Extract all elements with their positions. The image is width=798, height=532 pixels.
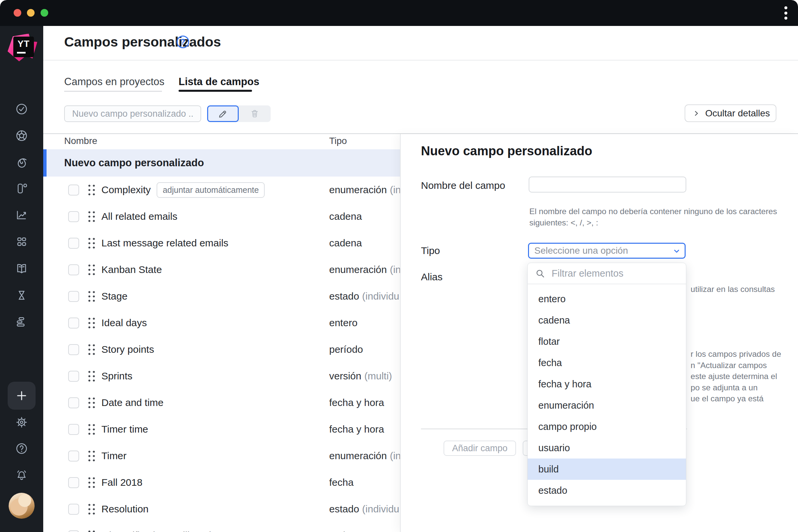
create-button[interactable] xyxy=(8,382,36,410)
window-titlebar xyxy=(0,0,798,26)
help-icon xyxy=(14,441,29,456)
page-title: Campos personalizados xyxy=(64,34,221,50)
dropdown-option[interactable]: usuario xyxy=(528,437,686,458)
settings-icon xyxy=(14,415,29,430)
row-checkbox[interactable] xyxy=(68,211,79,222)
add-field-button[interactable]: Añadir campo xyxy=(443,440,516,456)
edit-button[interactable] xyxy=(207,106,239,122)
dropdown-option[interactable]: flotar xyxy=(528,331,686,352)
sidebar-item-gantt[interactable] xyxy=(14,315,29,329)
row-checkbox[interactable] xyxy=(68,424,79,435)
gantt-icon xyxy=(14,315,29,329)
dropdown-option[interactable]: campo propio xyxy=(528,416,686,437)
new-field-name-filter-input[interactable] xyxy=(64,106,201,122)
row-checkbox[interactable] xyxy=(68,504,79,515)
field-type: enumeración(in xyxy=(329,256,401,283)
sidebar-item-timesheets[interactable] xyxy=(14,288,29,303)
auto-attach-badge: adjuntar automáticamente xyxy=(157,182,265,198)
helpdesk-icon xyxy=(14,128,29,143)
dropdown-option[interactable]: fecha xyxy=(528,352,686,374)
row-checkbox[interactable] xyxy=(68,451,79,461)
sidebar-item-notifications[interactable] xyxy=(14,468,29,482)
field-type: estado(individu xyxy=(329,283,399,309)
dropdown-option[interactable]: build xyxy=(528,458,686,480)
avatar[interactable] xyxy=(8,493,35,519)
clipped-help-text-line: n "Actualizar campos xyxy=(690,361,767,370)
sidebar-item-agile[interactable] xyxy=(14,155,29,170)
dropdown-option[interactable]: cadena xyxy=(528,309,686,331)
drag-handle-icon[interactable] xyxy=(87,263,96,276)
sidebar-expand-button[interactable] xyxy=(14,529,29,532)
dropdown-option[interactable]: estado xyxy=(528,480,686,501)
row-checkbox[interactable] xyxy=(68,264,79,275)
sidebar-item-reports[interactable] xyxy=(14,208,29,223)
drag-handle-icon[interactable] xyxy=(87,423,96,436)
clipped-help-text-line: ue el campo ya está xyxy=(690,394,763,403)
tab-campos-en-proyectos[interactable]: Campos en proyectos xyxy=(64,76,165,88)
dropdown-option[interactable]: enumeración xyxy=(528,395,686,416)
clipped-help-text-line: po se adjunta a un xyxy=(690,383,758,392)
delete-button[interactable] xyxy=(239,106,271,122)
dropdown-filter-input[interactable] xyxy=(551,265,679,281)
hide-details-label: Ocultar detalles xyxy=(705,108,770,119)
drag-handle-icon[interactable] xyxy=(87,184,96,196)
youtrack-app-window: YT Campos personalizados ? Campos en pro… xyxy=(0,0,798,532)
tab-lista-de-campos[interactable]: Lista de campos xyxy=(178,76,259,88)
drag-handle-icon[interactable] xyxy=(87,476,96,489)
drag-handle-icon[interactable] xyxy=(87,343,96,356)
sidebar-item-helpdesk[interactable] xyxy=(14,128,29,143)
row-checkbox[interactable] xyxy=(68,238,79,249)
drag-handle-icon[interactable] xyxy=(87,503,96,516)
dropdown-option[interactable]: fecha y hora xyxy=(528,374,686,395)
field-name: Complexity xyxy=(101,184,151,195)
column-header-nombre: Nombre xyxy=(64,136,97,146)
window-zoom-button[interactable] xyxy=(41,9,48,17)
dropdown-search-row xyxy=(528,263,686,284)
sidebar-item-help[interactable] xyxy=(14,441,29,456)
help-icon[interactable]: ? xyxy=(176,36,189,48)
sidebar-item-settings[interactable] xyxy=(14,415,29,430)
agile-icon xyxy=(14,155,29,170)
row-checkbox[interactable] xyxy=(68,318,79,328)
field-name: Last message related emails xyxy=(101,238,228,249)
drag-handle-icon[interactable] xyxy=(87,290,96,303)
drag-handle-icon[interactable] xyxy=(87,237,96,250)
field-name-input[interactable] xyxy=(529,176,686,192)
double-chevron-right-icon xyxy=(14,529,29,532)
youtrack-logo[interactable]: YT xyxy=(5,32,39,66)
field-name: Kanban State xyxy=(101,264,162,275)
field-name: Git Notification Mailing List xyxy=(101,530,219,532)
drag-handle-icon[interactable] xyxy=(87,450,96,462)
row-checkbox[interactable] xyxy=(68,291,79,302)
row-checkbox[interactable] xyxy=(68,530,79,532)
row-checkbox[interactable] xyxy=(68,477,79,488)
row-checkbox[interactable] xyxy=(68,397,79,408)
sidebar-item-knowledge-base[interactable] xyxy=(14,261,29,276)
issues-icon xyxy=(14,102,29,116)
row-checkbox[interactable] xyxy=(68,185,79,195)
row-checkbox[interactable] xyxy=(68,344,79,355)
sidebar-item-issues[interactable] xyxy=(14,102,29,116)
logo-box: YT xyxy=(13,37,34,57)
window-menu-kebab-icon[interactable] xyxy=(782,6,790,20)
drag-handle-icon[interactable] xyxy=(87,317,96,329)
type-dropdown: entero cadena flotar fecha fecha y hora … xyxy=(527,263,686,506)
field-name: Timer xyxy=(101,450,127,461)
alias-label: Alias xyxy=(421,271,442,283)
drag-handle-icon[interactable] xyxy=(87,210,96,223)
plus-icon xyxy=(15,389,28,402)
drag-handle-icon[interactable] xyxy=(87,370,96,383)
hide-details-button[interactable]: Ocultar detalles xyxy=(685,104,776,122)
window-minimize-button[interactable] xyxy=(27,9,35,17)
row-checkbox[interactable] xyxy=(68,371,79,382)
dropdown-option[interactable]: entero xyxy=(528,288,686,309)
drag-handle-icon[interactable] xyxy=(87,529,96,532)
type-select[interactable]: Seleccione una opción xyxy=(528,243,686,259)
window-close-button[interactable] xyxy=(14,9,21,17)
field-name: All related emails xyxy=(101,211,177,222)
sidebar-item-dashboards[interactable] xyxy=(14,234,29,249)
sidebar-item-board[interactable] xyxy=(14,181,29,196)
drag-handle-icon[interactable] xyxy=(87,396,96,409)
trash-icon xyxy=(247,108,263,119)
dashboards-icon xyxy=(14,234,29,249)
